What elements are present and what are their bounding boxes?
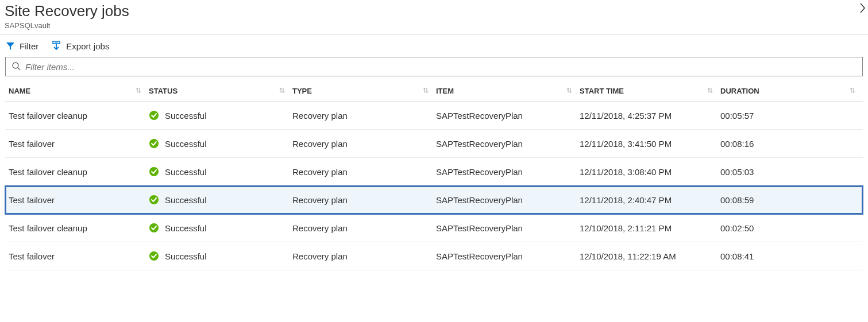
svg-point-9	[149, 223, 159, 232]
column-header-label: STATUS	[149, 87, 178, 95]
svg-point-7	[149, 167, 159, 176]
cell-name: Test failover cleanup	[5, 158, 149, 186]
column-header-duration[interactable]: DURATION	[720, 81, 863, 102]
column-header-type[interactable]: TYPE	[292, 81, 436, 102]
page-title: Site Recovery jobs	[5, 2, 863, 20]
filter-input[interactable]	[25, 62, 857, 72]
cell-duration: 00:08:59	[720, 186, 863, 214]
column-header-label: DURATION	[720, 87, 759, 95]
status-text: Successful	[165, 251, 207, 261]
cell-duration: 00:05:57	[720, 102, 863, 130]
cell-item: SAPTestRecoveryPlan	[436, 186, 580, 214]
status-text: Successful	[165, 167, 207, 177]
success-icon	[149, 110, 159, 121]
column-header-start[interactable]: START TIME	[580, 81, 720, 102]
table-row[interactable]: Test failoverSuccessfulRecovery planSAPT…	[5, 242, 863, 270]
cell-duration: 00:08:16	[720, 130, 863, 158]
svg-point-5	[149, 111, 159, 120]
export-icon	[51, 41, 61, 51]
success-icon	[149, 195, 159, 205]
success-icon	[149, 166, 159, 177]
cell-name: Test failover cleanup	[5, 102, 149, 130]
cell-duration: 00:05:03	[720, 158, 863, 186]
cell-item: SAPTestRecoveryPlan	[436, 242, 580, 270]
jobs-table: NAME STATUS TYPE ITEM START TIME DURATIO…	[5, 81, 863, 270]
cell-type: Recovery plan	[292, 186, 436, 214]
column-header-status[interactable]: STATUS	[149, 81, 292, 102]
cell-type: Recovery plan	[292, 214, 436, 242]
toolbar: Filter Export jobs	[0, 35, 868, 57]
table-row[interactable]: Test failover cleanupSuccessfulRecovery …	[5, 214, 863, 242]
sort-icon	[279, 87, 286, 95]
svg-point-8	[149, 195, 159, 204]
cell-name: Test failover	[5, 130, 149, 158]
cell-status: Successful	[149, 242, 292, 270]
column-header-label: ITEM	[436, 87, 454, 95]
cell-duration: 00:02:50	[720, 214, 863, 242]
cell-status: Successful	[149, 214, 292, 242]
cell-status: Successful	[149, 102, 292, 130]
cell-type: Recovery plan	[292, 242, 436, 270]
success-icon	[149, 251, 159, 261]
column-header-name[interactable]: NAME	[5, 81, 149, 102]
cell-name: Test failover	[5, 242, 149, 270]
cell-type: Recovery plan	[292, 130, 436, 158]
cell-start: 12/11/2018, 2:40:47 PM	[580, 186, 720, 214]
status-text: Successful	[165, 111, 207, 121]
cell-start: 12/11/2018, 3:41:50 PM	[580, 130, 720, 158]
cell-status: Successful	[149, 186, 292, 214]
sort-icon	[422, 87, 429, 95]
cell-start: 12/11/2018, 4:25:37 PM	[580, 102, 720, 130]
status-text: Successful	[165, 195, 207, 205]
page-subtitle: SAPSQLvault	[5, 21, 863, 30]
export-jobs-button[interactable]: Export jobs	[51, 41, 109, 51]
cell-status: Successful	[149, 130, 292, 158]
table-header-row: NAME STATUS TYPE ITEM START TIME DURATIO…	[5, 81, 863, 102]
cell-name: Test failover cleanup	[5, 214, 149, 242]
column-header-item[interactable]: ITEM	[436, 81, 580, 102]
filter-button-label: Filter	[20, 41, 38, 51]
svg-point-3	[13, 63, 18, 68]
cell-start: 12/10/2018, 2:11:21 PM	[580, 214, 720, 242]
filter-icon	[6, 41, 15, 51]
cell-name: Test failover	[5, 186, 149, 214]
cell-item: SAPTestRecoveryPlan	[436, 130, 580, 158]
table-row[interactable]: Test failoverSuccessfulRecovery planSAPT…	[5, 130, 863, 158]
close-chevron-icon[interactable]	[859, 2, 867, 15]
sort-icon	[849, 87, 856, 95]
column-header-label: NAME	[9, 87, 30, 95]
status-text: Successful	[165, 223, 207, 233]
column-header-label: TYPE	[292, 87, 312, 95]
search-icon	[11, 61, 21, 72]
filter-container	[0, 57, 868, 81]
svg-point-6	[149, 139, 159, 148]
svg-point-10	[149, 251, 159, 261]
table-row[interactable]: Test failoverSuccessfulRecovery planSAPT…	[5, 186, 863, 214]
export-button-label: Export jobs	[66, 41, 109, 51]
cell-type: Recovery plan	[292, 102, 436, 130]
filter-box[interactable]	[5, 57, 863, 76]
cell-duration: 00:08:41	[720, 242, 863, 270]
sort-icon	[135, 87, 142, 95]
success-icon	[149, 223, 159, 233]
cell-item: SAPTestRecoveryPlan	[436, 102, 580, 130]
page-header: Site Recovery jobs SAPSQLvault	[0, 0, 868, 35]
cell-type: Recovery plan	[292, 158, 436, 186]
table-row[interactable]: Test failover cleanupSuccessfulRecovery …	[5, 102, 863, 130]
table-row[interactable]: Test failover cleanupSuccessfulRecovery …	[5, 158, 863, 186]
column-header-label: START TIME	[580, 87, 624, 95]
filter-button[interactable]: Filter	[6, 41, 38, 51]
success-icon	[149, 138, 159, 149]
cell-start: 12/10/2018, 11:22:19 AM	[580, 242, 720, 270]
sort-icon	[707, 87, 713, 95]
cell-item: SAPTestRecoveryPlan	[436, 158, 580, 186]
cell-start: 12/11/2018, 3:08:40 PM	[580, 158, 720, 186]
svg-line-4	[18, 68, 20, 70]
status-text: Successful	[165, 139, 207, 149]
cell-item: SAPTestRecoveryPlan	[436, 214, 580, 242]
sort-icon	[566, 87, 573, 95]
cell-status: Successful	[149, 158, 292, 186]
